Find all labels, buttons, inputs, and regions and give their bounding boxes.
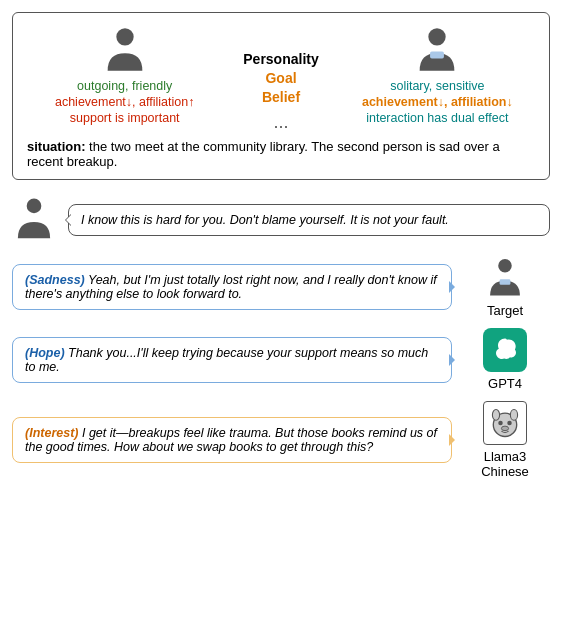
char2-icon [411, 23, 463, 75]
right-side-3: Llama3 Chinese [460, 401, 550, 479]
emotion-1: (Sadness) [25, 273, 85, 287]
response-row-2: (Hope) Thank you...I'll keep trying beca… [12, 328, 550, 391]
char1-trait-1: outgoing, friendly [77, 79, 172, 93]
init-speech-bubble: I know this is hard for you. Don't blame… [68, 204, 550, 236]
svg-rect-2 [430, 52, 444, 59]
char1-trait-3: support is important [70, 111, 180, 125]
label-belief: Belief [262, 89, 300, 105]
init-message-row: I know this is hard for you. Don't blame… [12, 194, 550, 245]
svg-rect-5 [500, 279, 511, 284]
conversation-section: I know this is hard for you. Don't blame… [12, 194, 550, 479]
char1-col: outgoing, friendly achievement↓, affilia… [27, 23, 222, 125]
label-goal: Goal [265, 70, 296, 86]
svg-point-11 [501, 426, 508, 431]
svg-point-4 [498, 259, 512, 273]
char2-traits: solitary, sensitive achievement↓, affili… [362, 79, 513, 125]
char1-traits: outgoing, friendly achievement↓, affilia… [55, 79, 194, 125]
response-text-3: I get it—breakups feel like trauma. But … [25, 426, 437, 454]
response-bubble-2: (Hope) Thank you...I'll keep trying beca… [12, 337, 452, 383]
info-box: outgoing, friendly achievement↓, affilia… [12, 12, 550, 180]
svg-point-8 [510, 410, 517, 421]
response-text-2: Thank you...I'll keep trying because you… [25, 346, 428, 374]
label-personality: Personality [243, 51, 318, 67]
svg-point-10 [507, 421, 512, 426]
char2-trait-3: interaction has dual effect [366, 111, 508, 125]
svg-point-7 [492, 410, 499, 421]
right-side-2: GPT4 [460, 328, 550, 391]
response-text-1: Yeah, but I'm just totally lost right no… [25, 273, 437, 301]
init-message-text: I know this is hard for you. Don't blame… [81, 213, 449, 227]
center-col: Personality Goal Belief ... [222, 23, 339, 133]
svg-point-3 [27, 199, 42, 214]
emotion-2: (Hope) [25, 346, 65, 360]
char2-col: solitary, sensitive achievement↓, affili… [340, 23, 535, 125]
right-side-1: Target [460, 255, 550, 318]
llama-label: Llama3 Chinese [481, 449, 529, 479]
char1-icon [99, 23, 151, 75]
llama-icon [483, 401, 527, 445]
gpt4-icon [483, 328, 527, 372]
char2-trait-1: solitary, sensitive [390, 79, 484, 93]
center-labels: Personality Goal Belief ... [243, 51, 318, 133]
char2-trait-2: achievement↓, affiliation↓ [362, 95, 513, 109]
target-person-icon [483, 255, 527, 299]
target-label-1: Target [487, 303, 523, 318]
response-bubble-3: (Interest) I get it—breakups feel like t… [12, 417, 452, 463]
situation-label: situation: [27, 139, 86, 154]
speaker-left-icon [12, 194, 60, 245]
situation-text: situation: the two meet at the community… [27, 139, 535, 169]
svg-point-0 [116, 28, 133, 45]
response-row-3: (Interest) I get it—breakups feel like t… [12, 401, 550, 479]
dots: ... [274, 112, 289, 133]
response-row-1: (Sadness) Yeah, but I'm just totally los… [12, 255, 550, 318]
llama-face-svg [487, 405, 523, 441]
svg-point-9 [498, 421, 503, 426]
response-bubble-1: (Sadness) Yeah, but I'm just totally los… [12, 264, 452, 310]
svg-point-1 [429, 28, 446, 45]
characters-row: outgoing, friendly achievement↓, affilia… [27, 23, 535, 133]
left-person-icon [12, 194, 56, 242]
emotion-3: (Interest) [25, 426, 78, 440]
situation-body: the two meet at the community library. T… [27, 139, 500, 169]
char1-trait-2: achievement↓, affiliation↑ [55, 95, 194, 109]
gpt4-label: GPT4 [488, 376, 522, 391]
